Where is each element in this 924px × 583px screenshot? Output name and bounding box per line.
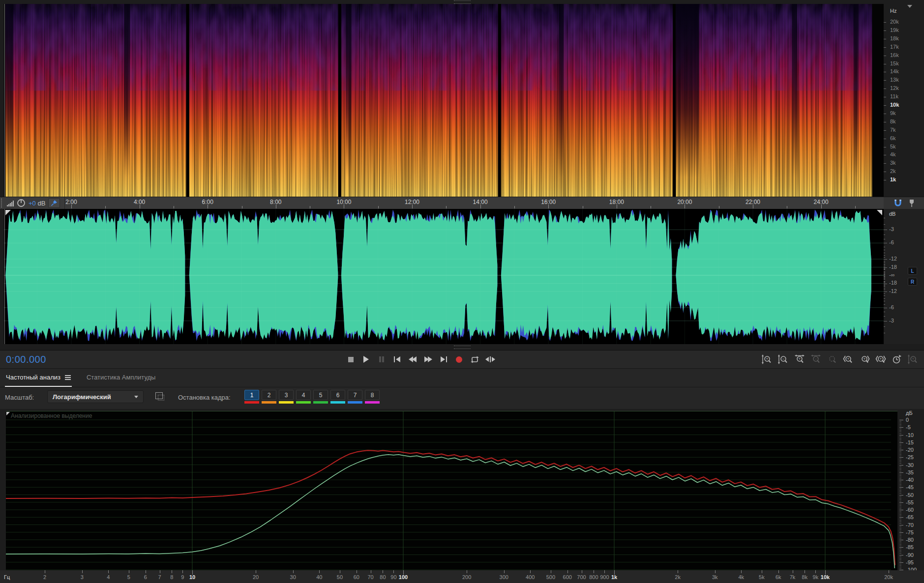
freq-scale-label: 7k (890, 127, 896, 133)
freq-scale-tick (884, 30, 886, 31)
zoom-zoom-in-at-out-point-icon[interactable]: + (859, 354, 870, 365)
hold-frame-button-4[interactable]: 4 (296, 390, 311, 404)
freq-scale-tick (884, 56, 886, 56)
zoom-zoom-reset-icon[interactable] (826, 354, 838, 365)
db-tick (899, 516, 901, 516)
hold-label: Остановка кадра: (178, 394, 231, 401)
tab-frequency-analysis[interactable]: Частотный анализ (5, 369, 72, 387)
tabs: Частотный анализСтатистика Амплитуды (5, 369, 156, 387)
freq-scale-tick (884, 72, 886, 72)
zoom-zoom-to-selection-icon[interactable]: + (875, 354, 887, 365)
db-tick (899, 453, 901, 453)
transport-playhead-arrows-button[interactable] (484, 353, 497, 365)
transport-rewind-button[interactable] (406, 353, 419, 365)
frequency-label: 4k (738, 574, 744, 580)
frequency-label: 80 (380, 574, 386, 580)
marker-pin-icon[interactable] (909, 199, 915, 207)
timeline-ruler[interactable]: 2:004:006:008:0010:0012:0014:0016:0018:0… (0, 197, 924, 209)
transport-play-button[interactable] (360, 353, 373, 365)
frequency-label: 9k (813, 574, 819, 580)
plot-corner-handle (6, 412, 10, 415)
hold-frame-button-5[interactable]: 5 (313, 390, 328, 404)
db-tick (899, 541, 901, 542)
playhead-line[interactable] (4, 209, 5, 344)
amplitude-tick (884, 273, 885, 274)
transport-record-button[interactable] (453, 353, 466, 365)
db-label: -40 (906, 477, 914, 483)
panel-resize-grip[interactable] (454, 0, 471, 4)
amplitude-tick (884, 316, 885, 317)
channel-badge-left[interactable]: L (908, 267, 917, 275)
amplitude-tick (884, 276, 885, 276)
waveform-display[interactable] (4, 209, 884, 344)
zoom-zoom-out-vertical-icon[interactable]: − (777, 354, 789, 365)
transport-pause-button[interactable] (375, 353, 388, 365)
db-tick (899, 427, 903, 428)
panel-resize-grip[interactable] (454, 346, 471, 349)
hold-frame-button-6[interactable]: 6 (330, 390, 345, 404)
channel-badge-right[interactable]: R (908, 278, 917, 286)
timeline-label: 8:00 (270, 199, 281, 205)
zoom-zoom-in-at-in-point-icon[interactable]: + (842, 354, 854, 365)
frequency-tick (371, 570, 371, 573)
hold-frame-button-7[interactable]: 7 (348, 390, 362, 404)
db-label: -30 (906, 462, 914, 468)
db-tick (899, 502, 903, 503)
transport-fast-forward-button[interactable] (422, 353, 435, 365)
playhead-line[interactable] (4, 4, 5, 197)
tab-amplitude-statistics[interactable]: Статистика Амплитуды (86, 369, 156, 387)
copy-graph-icon[interactable] (155, 392, 163, 399)
zoom-zoom-out-horizontal-icon[interactable]: − (810, 354, 822, 365)
time-display[interactable]: 0:00.000 (6, 354, 46, 365)
timeline-label: 18:00 (609, 199, 624, 205)
db-tick (899, 448, 901, 449)
hold-frame-button-1[interactable]: 1 (244, 390, 259, 404)
transport-loop-playback-button[interactable] (468, 353, 481, 365)
timeline-ruler-canvas[interactable]: 2:004:006:008:0010:0012:0014:0016:0018:0… (4, 197, 884, 209)
db-tick (899, 532, 903, 533)
pin-button[interactable] (48, 198, 60, 208)
db-tick (899, 477, 901, 477)
db-tick (899, 525, 903, 525)
freq-scale-tick (884, 39, 886, 39)
db-tick (899, 451, 901, 452)
selection-handle-left[interactable] (5, 210, 11, 215)
frequency-label: 4 (107, 574, 110, 580)
hold-frame-button-8[interactable]: 8 (365, 390, 380, 404)
hud-knob-icon[interactable] (17, 199, 26, 207)
zoom-zoom-in-horizontal-icon[interactable]: + (794, 354, 805, 365)
frequency-label: 6 (144, 574, 147, 580)
toolbar-grip[interactable] (1, 199, 4, 207)
amplitude-tick (884, 230, 887, 230)
zoom-zoom-in-vertical-alt-icon[interactable]: + (907, 354, 919, 365)
amplitude-tick (884, 287, 885, 287)
frequency-label: 7 (158, 574, 161, 580)
amplitude-tick (884, 255, 885, 256)
zoom-zoom-in-vertical-icon[interactable]: + (761, 354, 773, 365)
amplitude-label: -18 (889, 264, 897, 270)
timeline-tick (719, 206, 719, 208)
freq-scale-tick (884, 114, 886, 114)
panel-menu-icon[interactable] (65, 375, 71, 380)
gain-hud[interactable]: +0 dB (29, 200, 45, 207)
frequency-label: 8 (170, 574, 173, 580)
snapping-magnet-icon[interactable] (893, 199, 903, 207)
selection-handle-right[interactable] (877, 210, 882, 215)
spectral-frequency-display[interactable] (4, 4, 884, 197)
transport-skip-to-start-button[interactable] (391, 353, 404, 365)
scale-dropdown[interactable]: Логарифмический (47, 390, 144, 403)
zoom-restore-default-zoom-icon[interactable] (891, 354, 903, 365)
amplitude-tick (884, 259, 887, 260)
db-tick (899, 535, 901, 536)
db-tick (899, 526, 901, 527)
db-tick (899, 559, 901, 560)
frequency-tick (467, 570, 467, 573)
levels-meter-icon[interactable] (7, 200, 14, 206)
scale-menu-triangle-icon[interactable] (907, 5, 912, 8)
db-tick (899, 487, 903, 488)
amplitude-tick (884, 243, 887, 243)
transport-skip-to-end-button[interactable] (437, 353, 450, 365)
hold-frame-button-3[interactable]: 3 (279, 390, 294, 404)
hold-frame-button-2[interactable]: 2 (262, 390, 276, 404)
transport-stop-button[interactable] (344, 353, 357, 365)
